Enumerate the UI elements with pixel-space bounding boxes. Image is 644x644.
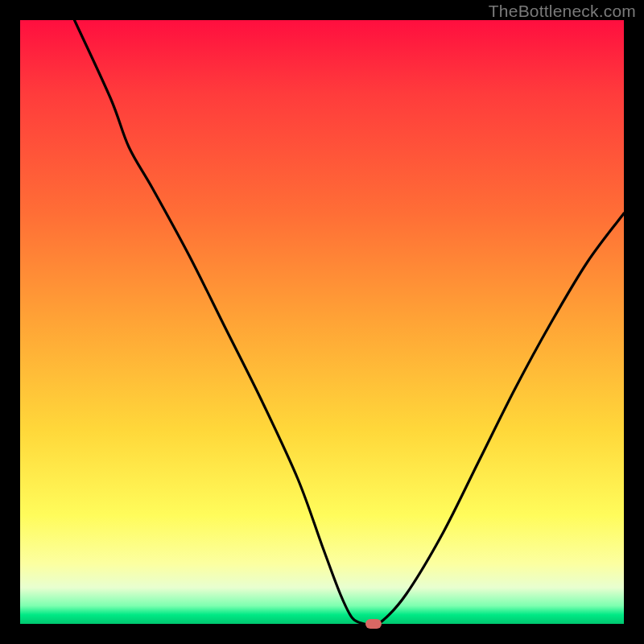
bottleneck-curve [20,20,624,624]
curve-path [75,20,625,624]
watermark-text: TheBottleneck.com [489,2,636,21]
chart-stage: TheBottleneck.com [0,0,644,644]
optimal-marker [365,619,382,629]
plot-area [20,20,624,624]
